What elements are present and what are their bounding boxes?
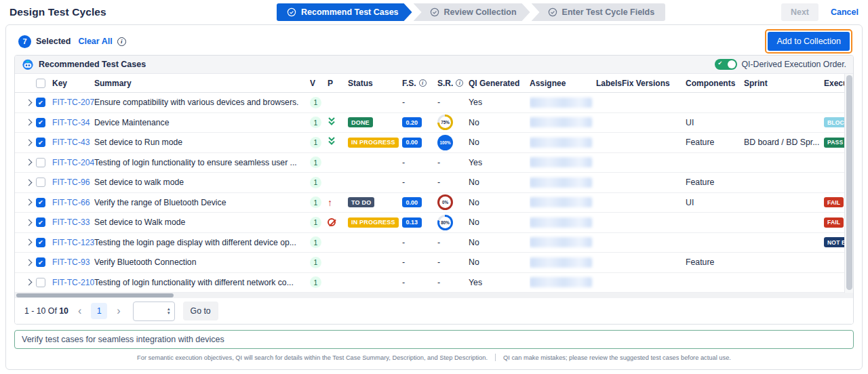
qi-derived-order-toggle[interactable]: ✔ xyxy=(715,59,737,70)
key-link[interactable]: FIT-TC-34 xyxy=(52,118,90,127)
version-count-badge: 1 xyxy=(310,97,321,108)
sr-progress-ring: 100% xyxy=(437,135,453,150)
sr-empty-dash: - xyxy=(437,158,440,167)
key-link[interactable]: FIT-TC-93 xyxy=(52,257,90,267)
key-link[interactable]: FIT-TC-43 xyxy=(52,138,90,147)
prev-page-button[interactable]: ‹ xyxy=(77,306,83,316)
expand-chevron-icon[interactable] xyxy=(26,119,32,126)
goto-page-input[interactable]: ▴ ▾ xyxy=(133,302,175,321)
sprint-cell xyxy=(744,213,824,232)
number-spinner[interactable]: ▴ ▾ xyxy=(167,307,174,315)
highest-priority-icon: ↑ xyxy=(328,198,332,207)
sprint-cell xyxy=(744,173,824,192)
expand-chevron-icon[interactable] xyxy=(26,259,32,266)
column-info-icon[interactable]: i xyxy=(419,79,427,87)
clear-all-link[interactable]: Clear All xyxy=(78,37,112,46)
expander-column-header xyxy=(26,74,36,92)
labels-cell xyxy=(596,193,622,213)
row-checkbox[interactable] xyxy=(36,178,45,187)
key-link[interactable]: FIT-TC-123 xyxy=(52,238,94,247)
key-link[interactable]: FIT-TC-210 xyxy=(52,278,94,287)
key-link[interactable]: FIT-TC-66 xyxy=(52,198,90,207)
column-header-assignee: Assignee xyxy=(530,74,596,92)
key-link[interactable]: FIT-TC-33 xyxy=(52,217,90,227)
horizontal-scrollbar[interactable] xyxy=(15,293,853,298)
qi-generated-cell: No xyxy=(469,253,530,272)
page-1-button[interactable]: 1 xyxy=(91,303,107,319)
selection-info-icon[interactable]: i xyxy=(117,37,126,46)
row-checkbox[interactable]: ✔ xyxy=(36,138,45,147)
step-enter-test-cycle-fields[interactable]: Enter Test Cycle Fields xyxy=(532,3,666,21)
row-checkbox[interactable]: ✔ xyxy=(36,238,45,247)
expand-chevron-icon[interactable] xyxy=(26,139,32,146)
column-header-p: P xyxy=(328,74,348,92)
select-all-checkbox[interactable] xyxy=(36,79,45,88)
column-header-v: V xyxy=(310,74,328,92)
qi-generated-cell: No xyxy=(469,173,530,192)
step-recommend-test-cases[interactable]: Recommend Test Cases xyxy=(277,3,412,21)
expand-chevron-icon[interactable] xyxy=(26,159,32,166)
status-cell xyxy=(348,93,402,112)
sprint-text: BD board / BD Spr... xyxy=(744,138,819,147)
summary-text: Testing the login page display with diff… xyxy=(94,238,296,247)
key-link[interactable]: FIT-TC-204 xyxy=(52,158,94,167)
key-link[interactable]: FIT-TC-207 xyxy=(52,98,94,107)
selected-label: Selected xyxy=(36,37,71,46)
row-checkbox[interactable] xyxy=(36,278,45,287)
row-checkbox[interactable]: ✔ xyxy=(36,118,45,127)
sr-cell: 75% xyxy=(437,113,469,133)
fs-cell: 0.20 xyxy=(402,113,437,133)
sr-empty-dash: - xyxy=(437,98,440,107)
expand-chevron-icon[interactable] xyxy=(26,279,32,286)
expand-chevron-icon[interactable] xyxy=(26,99,32,106)
next-button[interactable]: Next xyxy=(781,3,818,21)
assignee-redacted-blur xyxy=(530,178,592,188)
summary-text: Set device to Run mode xyxy=(94,138,182,147)
qi-generated-text: No xyxy=(469,198,479,207)
components-cell xyxy=(686,273,744,293)
row-checkbox[interactable]: ✔ xyxy=(36,257,45,267)
column-header-s-r-: S.R.i xyxy=(437,74,469,92)
vertical-scrollbar[interactable] xyxy=(844,74,853,293)
sr-cell: - xyxy=(437,233,469,253)
step-review-collection[interactable]: Review Collection xyxy=(414,3,530,21)
cancel-link[interactable]: Cancel xyxy=(831,7,859,17)
key-cell: FIT-TC-66 xyxy=(52,193,94,213)
fs-score-badge: 0.13 xyxy=(402,217,422,228)
column-info-icon[interactable]: i xyxy=(456,79,463,87)
column-header-label: Status xyxy=(348,79,373,88)
assignee-cell xyxy=(530,133,596,152)
expand-chevron-icon[interactable] xyxy=(26,199,32,206)
expand-chevron-icon[interactable] xyxy=(26,179,32,186)
horizontal-scrollbar-thumb[interactable] xyxy=(16,293,174,297)
key-link[interactable]: FIT-TC-96 xyxy=(52,178,90,187)
add-to-collection-highlight-box: Add to Collection xyxy=(765,29,852,54)
assignee-redacted-blur xyxy=(530,157,592,167)
spinner-down-icon[interactable]: ▾ xyxy=(167,311,170,315)
assignee-redacted-blur xyxy=(530,138,592,148)
add-to-collection-button[interactable]: Add to Collection xyxy=(768,32,850,51)
row-checkbox[interactable]: ✔ xyxy=(36,198,45,207)
fs-empty-dash: - xyxy=(402,257,405,267)
row-checkbox[interactable]: ✔ xyxy=(36,217,45,227)
goto-button[interactable]: Go to xyxy=(183,302,218,320)
footer-right-text: QI can make mistakes; please review the … xyxy=(503,354,731,361)
priority-cell: ↑ xyxy=(328,193,348,213)
row-checkbox[interactable]: ✔ xyxy=(36,98,45,107)
components-cell xyxy=(686,153,744,173)
semantic-objective-input[interactable] xyxy=(22,335,846,344)
row-checkbox[interactable] xyxy=(36,158,45,167)
status-cell: IN PROGRESS xyxy=(348,213,402,232)
fs-empty-dash: - xyxy=(402,178,405,187)
fs-empty-dash: - xyxy=(402,238,405,247)
status-badge: IN PROGRESS xyxy=(348,217,399,228)
qi-generated-text: Yes xyxy=(469,278,482,287)
expand-chevron-icon[interactable] xyxy=(26,239,32,246)
fix-versions-cell xyxy=(622,273,686,293)
summary-cell: Set device to Run mode xyxy=(94,133,310,152)
vertical-scrollbar-thumb[interactable] xyxy=(846,75,852,290)
next-page-button[interactable]: › xyxy=(115,306,121,316)
column-header-label: P xyxy=(328,79,333,88)
fix-versions-cell xyxy=(622,153,686,173)
expand-chevron-icon[interactable] xyxy=(26,219,32,226)
